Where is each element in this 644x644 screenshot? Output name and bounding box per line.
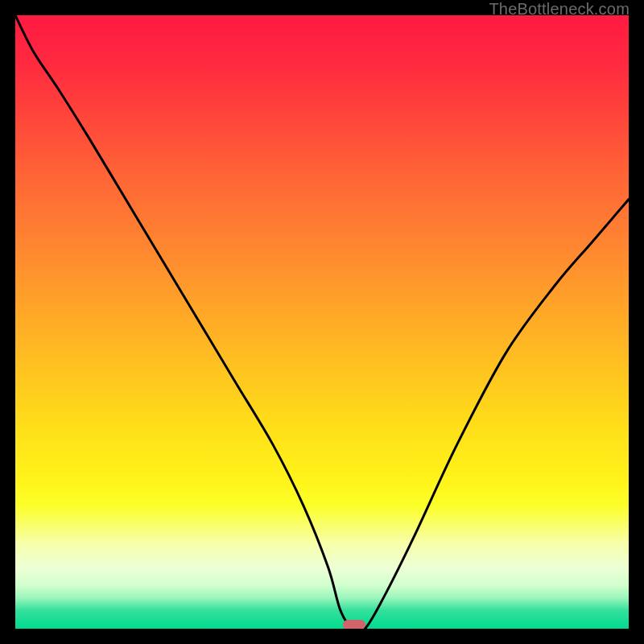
- optimal-marker: [343, 620, 365, 629]
- plot-area: [15, 15, 629, 629]
- bottleneck-curve: [15, 15, 629, 629]
- chart-stage: TheBottleneck.com: [0, 0, 644, 644]
